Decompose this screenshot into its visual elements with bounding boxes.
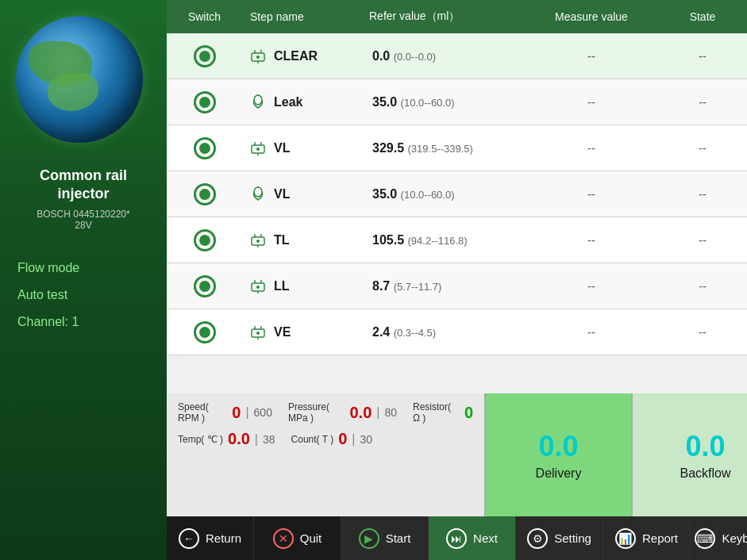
table-row: VL 329.5 (319.5--339.5) -- -- <box>167 125 747 171</box>
step-icon-6 <box>247 321 269 343</box>
globe-icon <box>16 16 151 151</box>
injector-subtitle: BOSCH 0445120220* 28V <box>37 209 129 231</box>
step-switch-5[interactable] <box>167 275 242 297</box>
step-switch-2[interactable] <box>167 137 242 159</box>
next-button[interactable]: ⏭ Next <box>429 516 516 560</box>
resistor-label: Resistor( Ω ) <box>413 401 460 424</box>
step-name-cell-4: TL <box>242 229 369 251</box>
radio-button-6[interactable] <box>194 321 216 343</box>
speed-value: 0 <box>232 404 241 422</box>
radio-button-2[interactable] <box>194 137 216 159</box>
quit-button[interactable]: ✕ Quit <box>254 516 341 560</box>
radio-button-4[interactable] <box>194 229 216 251</box>
step-icon-3 <box>247 183 269 205</box>
resistor-value: 0 <box>464 404 473 422</box>
step-icon-0 <box>247 45 269 67</box>
header-measure: Measure value <box>524 10 659 23</box>
step-state-6: -- <box>659 326 746 339</box>
header-state: State <box>659 10 746 23</box>
step-icon-5 <box>247 275 269 297</box>
step-measure-4: -- <box>524 233 659 247</box>
step-measure-3: -- <box>524 187 659 201</box>
setting-icon: ⚙ <box>527 528 548 549</box>
step-state-2: -- <box>659 142 746 155</box>
keyboard-label: Keyboard <box>722 531 747 545</box>
speed-group: Speed( RPM ) 0 | 600 <box>178 401 272 424</box>
radio-button-3[interactable] <box>194 183 216 205</box>
table-row: Leak 35.0 (10.0--60.0) -- -- <box>167 79 747 125</box>
keyboard-button[interactable]: ⌨ Keyboard <box>691 516 747 560</box>
step-name-cell-5: LL <box>242 275 369 297</box>
sidebar-nav: Flow mode Auto test Channel: 1 <box>0 255 167 336</box>
header-switch: Switch <box>167 10 242 23</box>
temp-value: 0.0 <box>228 430 250 448</box>
step-measure-1: -- <box>524 95 659 109</box>
count-value: 0 <box>338 430 347 448</box>
report-button[interactable]: 📊 Report <box>603 516 691 560</box>
count-divider: | <box>352 432 355 447</box>
step-measure-5: -- <box>524 279 659 293</box>
count-group: Count( T ) 0 | 30 <box>291 430 372 448</box>
step-switch-1[interactable] <box>167 91 242 113</box>
step-switch-6[interactable] <box>167 321 242 343</box>
params-row-2: Temp( ℃ ) 0.0 | 38 Count( T ) 0 | 30 <box>178 430 473 448</box>
step-name-4: TL <box>274 233 290 247</box>
sidebar-item-flow-mode[interactable]: Flow mode <box>8 255 159 282</box>
step-name-cell-0: CLEAR <box>242 45 369 67</box>
main-content: Switch Step name Refer value（ml） Measure… <box>167 0 747 560</box>
header-row: Switch Step name Refer value（ml） Measure… <box>167 0 747 33</box>
step-name-6: VE <box>274 325 291 339</box>
step-measure-6: -- <box>524 325 659 339</box>
start-button[interactable]: ▶ Start <box>341 516 429 560</box>
backflow-value: 0.0 <box>685 430 725 463</box>
step-refer-1: 35.0 (10.0--60.0) <box>369 95 524 109</box>
params-panel: Speed( RPM ) 0 | 600 Pressure( MPa ) 0.0… <box>167 393 484 516</box>
bottom-section: Speed( RPM ) 0 | 600 Pressure( MPa ) 0.0… <box>167 393 747 516</box>
step-switch-0[interactable] <box>167 45 242 67</box>
resistor-group: Resistor( Ω ) 0 <box>413 401 473 424</box>
backflow-label: Backflow <box>680 466 730 481</box>
delivery-value: 0.0 <box>538 430 578 463</box>
sidebar-item-auto-test[interactable]: Auto test <box>8 282 159 309</box>
step-state-1: -- <box>659 96 746 109</box>
svg-point-22 <box>256 240 260 243</box>
keyboard-icon: ⌨ <box>695 528 715 549</box>
step-refer-6: 2.4 (0.3--4.5) <box>369 325 524 339</box>
header-stepname: Step name <box>242 10 369 23</box>
delivery-panel: 0.0 Delivery <box>484 393 631 516</box>
setting-label: Setting <box>554 531 591 545</box>
step-state-3: -- <box>659 188 746 201</box>
step-name-0: CLEAR <box>274 49 318 63</box>
pressure-divider: | <box>376 405 379 420</box>
speed-divider: | <box>245 405 248 420</box>
radio-button-0[interactable] <box>194 45 216 67</box>
step-refer-0: 0.0 (0.0--0.0) <box>369 49 524 63</box>
speed-label: Speed( RPM ) <box>178 401 227 424</box>
return-icon: ← <box>179 528 199 549</box>
step-switch-4[interactable] <box>167 229 242 251</box>
report-icon: 📊 <box>615 528 636 549</box>
sidebar: Common rail injector BOSCH 0445120220* 2… <box>0 0 167 560</box>
return-button[interactable]: ← Return <box>167 516 254 560</box>
step-name-cell-3: VL <box>242 183 369 205</box>
radio-button-5[interactable] <box>194 275 216 297</box>
sidebar-item-channel[interactable]: Channel: 1 <box>8 309 159 336</box>
svg-point-8 <box>256 56 260 59</box>
count-limit: 30 <box>360 433 372 446</box>
footer-toolbar: ← Return ✕ Quit ▶ Start ⏭ Next ⚙ Setting… <box>167 516 747 560</box>
step-name-cell-2: VL <box>242 137 369 159</box>
temp-divider: | <box>255 432 258 447</box>
table-header: Switch Step name Refer value（ml） Measure… <box>167 0 747 33</box>
radio-button-1[interactable] <box>194 91 216 113</box>
svg-point-16 <box>254 187 262 197</box>
step-icon-1 <box>247 91 269 113</box>
step-switch-3[interactable] <box>167 183 242 205</box>
speed-limit: 600 <box>254 406 272 419</box>
quit-icon: ✕ <box>273 528 294 549</box>
setting-button[interactable]: ⚙ Setting <box>516 516 603 560</box>
pressure-group: Pressure( MPa ) 0.0 | 80 <box>288 401 397 424</box>
svg-point-15 <box>256 148 260 151</box>
step-refer-2: 329.5 (319.5--339.5) <box>369 141 524 155</box>
step-name-1: Leak <box>274 95 302 109</box>
injector-title-line1: Common rail injector <box>40 167 127 204</box>
